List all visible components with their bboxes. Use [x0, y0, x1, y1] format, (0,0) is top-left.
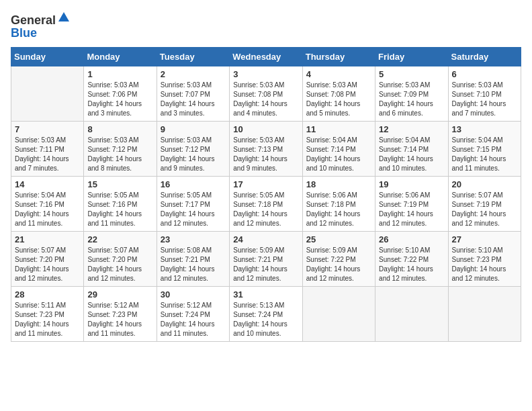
col-header-sunday: Sunday	[11, 47, 84, 66]
col-header-monday: Monday	[84, 47, 157, 66]
logo: General Blue	[11, 11, 71, 40]
day-info: Sunrise: 5:11 AM Sunset: 7:23 PM Dayligh…	[15, 301, 80, 338]
col-header-thursday: Thursday	[302, 47, 375, 66]
calendar-cell: 24Sunrise: 5:09 AM Sunset: 7:21 PM Dayli…	[230, 231, 302, 286]
day-info: Sunrise: 5:03 AM Sunset: 7:12 PM Dayligh…	[87, 136, 152, 173]
day-number: 14	[15, 179, 80, 189]
calendar-header-row: SundayMondayTuesdayWednesdayThursdayFrid…	[11, 47, 521, 66]
calendar-cell: 1Sunrise: 5:03 AM Sunset: 7:06 PM Daylig…	[84, 66, 157, 121]
calendar-cell: 7Sunrise: 5:03 AM Sunset: 7:11 PM Daylig…	[11, 121, 84, 176]
day-info: Sunrise: 5:03 AM Sunset: 7:12 PM Dayligh…	[161, 136, 226, 173]
day-info: Sunrise: 5:09 AM Sunset: 7:21 PM Dayligh…	[233, 246, 298, 283]
day-number: 19	[379, 179, 444, 189]
day-info: Sunrise: 5:03 AM Sunset: 7:10 PM Dayligh…	[452, 81, 517, 118]
day-info: Sunrise: 5:12 AM Sunset: 7:24 PM Dayligh…	[161, 301, 226, 338]
day-info: Sunrise: 5:03 AM Sunset: 7:08 PM Dayligh…	[306, 81, 371, 118]
day-number: 8	[87, 124, 152, 134]
calendar-cell: 30Sunrise: 5:12 AM Sunset: 7:24 PM Dayli…	[157, 286, 229, 341]
day-number: 16	[161, 179, 226, 189]
calendar-cell: 14Sunrise: 5:04 AM Sunset: 7:16 PM Dayli…	[11, 176, 84, 231]
calendar-cell: 20Sunrise: 5:07 AM Sunset: 7:19 PM Dayli…	[448, 176, 521, 231]
calendar-cell: 8Sunrise: 5:03 AM Sunset: 7:12 PM Daylig…	[84, 121, 157, 176]
day-number: 26	[379, 234, 444, 244]
day-info: Sunrise: 5:12 AM Sunset: 7:23 PM Dayligh…	[87, 301, 152, 338]
calendar-cell: 27Sunrise: 5:10 AM Sunset: 7:23 PM Dayli…	[448, 231, 521, 286]
logo-icon	[57, 11, 71, 24]
day-number: 6	[452, 69, 517, 79]
logo-blue: Blue	[11, 26, 71, 40]
day-number: 10	[233, 124, 298, 134]
day-number: 3	[233, 69, 298, 79]
calendar-week-row: 1Sunrise: 5:03 AM Sunset: 7:06 PM Daylig…	[11, 66, 521, 121]
day-info: Sunrise: 5:06 AM Sunset: 7:19 PM Dayligh…	[379, 191, 444, 228]
calendar-cell: 31Sunrise: 5:13 AM Sunset: 7:24 PM Dayli…	[230, 286, 302, 341]
calendar-cell: 11Sunrise: 5:04 AM Sunset: 7:14 PM Dayli…	[302, 121, 375, 176]
day-number: 25	[306, 234, 371, 244]
col-header-wednesday: Wednesday	[230, 47, 302, 66]
day-number: 12	[379, 124, 444, 134]
svg-marker-0	[58, 12, 69, 21]
calendar-cell: 6Sunrise: 5:03 AM Sunset: 7:10 PM Daylig…	[448, 66, 521, 121]
day-number: 13	[452, 124, 517, 134]
day-info: Sunrise: 5:10 AM Sunset: 7:22 PM Dayligh…	[379, 246, 444, 283]
day-number: 21	[15, 234, 80, 244]
day-info: Sunrise: 5:05 AM Sunset: 7:16 PM Dayligh…	[87, 191, 152, 228]
day-info: Sunrise: 5:04 AM Sunset: 7:14 PM Dayligh…	[379, 136, 444, 173]
day-number: 30	[161, 289, 226, 300]
calendar-cell: 26Sunrise: 5:10 AM Sunset: 7:22 PM Dayli…	[375, 231, 448, 286]
day-info: Sunrise: 5:04 AM Sunset: 7:16 PM Dayligh…	[15, 191, 80, 228]
calendar-cell: 12Sunrise: 5:04 AM Sunset: 7:14 PM Dayli…	[375, 121, 448, 176]
day-info: Sunrise: 5:03 AM Sunset: 7:11 PM Dayligh…	[15, 136, 80, 173]
day-number: 24	[233, 234, 298, 244]
day-info: Sunrise: 5:05 AM Sunset: 7:18 PM Dayligh…	[233, 191, 298, 228]
calendar-cell: 17Sunrise: 5:05 AM Sunset: 7:18 PM Dayli…	[230, 176, 302, 231]
col-header-saturday: Saturday	[448, 47, 521, 66]
calendar-cell: 28Sunrise: 5:11 AM Sunset: 7:23 PM Dayli…	[11, 286, 84, 341]
calendar-cell: 4Sunrise: 5:03 AM Sunset: 7:08 PM Daylig…	[302, 66, 375, 121]
calendar-table: SundayMondayTuesdayWednesdayThursdayFrid…	[11, 47, 521, 342]
day-info: Sunrise: 5:08 AM Sunset: 7:21 PM Dayligh…	[161, 246, 226, 283]
day-number: 29	[87, 289, 152, 300]
day-number: 18	[306, 179, 371, 189]
calendar-cell	[448, 286, 521, 341]
calendar-cell: 15Sunrise: 5:05 AM Sunset: 7:16 PM Dayli…	[84, 176, 157, 231]
calendar-cell: 16Sunrise: 5:05 AM Sunset: 7:17 PM Dayli…	[157, 176, 229, 231]
calendar-week-row: 7Sunrise: 5:03 AM Sunset: 7:11 PM Daylig…	[11, 121, 521, 176]
day-info: Sunrise: 5:13 AM Sunset: 7:24 PM Dayligh…	[233, 301, 298, 338]
day-number: 28	[15, 289, 80, 300]
day-info: Sunrise: 5:06 AM Sunset: 7:18 PM Dayligh…	[306, 191, 371, 228]
day-info: Sunrise: 5:03 AM Sunset: 7:09 PM Dayligh…	[379, 81, 444, 118]
logo-general: General	[11, 13, 56, 27]
day-info: Sunrise: 5:10 AM Sunset: 7:23 PM Dayligh…	[452, 246, 517, 283]
calendar-cell: 25Sunrise: 5:09 AM Sunset: 7:22 PM Dayli…	[302, 231, 375, 286]
calendar-cell	[11, 66, 84, 121]
calendar-cell: 10Sunrise: 5:03 AM Sunset: 7:13 PM Dayli…	[230, 121, 302, 176]
calendar-cell: 19Sunrise: 5:06 AM Sunset: 7:19 PM Dayli…	[375, 176, 448, 231]
calendar-cell	[375, 286, 448, 341]
calendar-cell: 3Sunrise: 5:03 AM Sunset: 7:08 PM Daylig…	[230, 66, 302, 121]
calendar-cell: 2Sunrise: 5:03 AM Sunset: 7:07 PM Daylig…	[157, 66, 229, 121]
calendar-cell	[302, 286, 375, 341]
calendar-cell: 9Sunrise: 5:03 AM Sunset: 7:12 PM Daylig…	[157, 121, 229, 176]
day-info: Sunrise: 5:04 AM Sunset: 7:15 PM Dayligh…	[452, 136, 517, 173]
day-number: 31	[233, 289, 298, 300]
calendar-cell: 5Sunrise: 5:03 AM Sunset: 7:09 PM Daylig…	[375, 66, 448, 121]
calendar-week-row: 21Sunrise: 5:07 AM Sunset: 7:20 PM Dayli…	[11, 231, 521, 286]
day-number: 5	[379, 69, 444, 79]
day-info: Sunrise: 5:03 AM Sunset: 7:07 PM Dayligh…	[161, 81, 226, 118]
calendar-cell: 22Sunrise: 5:07 AM Sunset: 7:20 PM Dayli…	[84, 231, 157, 286]
day-number: 22	[87, 234, 152, 244]
day-number: 9	[161, 124, 226, 134]
calendar-cell: 23Sunrise: 5:08 AM Sunset: 7:21 PM Dayli…	[157, 231, 229, 286]
day-number: 7	[15, 124, 80, 134]
day-number: 2	[161, 69, 226, 79]
col-header-tuesday: Tuesday	[157, 47, 229, 66]
day-info: Sunrise: 5:07 AM Sunset: 7:20 PM Dayligh…	[15, 246, 80, 283]
day-info: Sunrise: 5:07 AM Sunset: 7:20 PM Dayligh…	[87, 246, 152, 283]
day-number: 27	[452, 234, 517, 244]
day-info: Sunrise: 5:04 AM Sunset: 7:14 PM Dayligh…	[306, 136, 371, 173]
day-number: 4	[306, 69, 371, 79]
day-info: Sunrise: 5:03 AM Sunset: 7:13 PM Dayligh…	[233, 136, 298, 173]
day-info: Sunrise: 5:07 AM Sunset: 7:19 PM Dayligh…	[452, 191, 517, 228]
calendar-cell: 29Sunrise: 5:12 AM Sunset: 7:23 PM Dayli…	[84, 286, 157, 341]
